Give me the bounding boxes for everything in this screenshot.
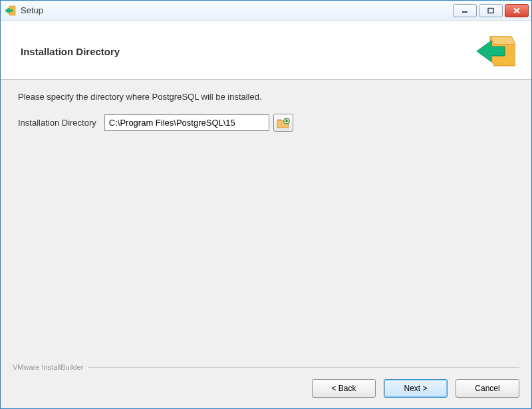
cancel-button[interactable]: Cancel: [456, 379, 519, 398]
folder-browse-icon: [277, 117, 290, 129]
install-directory-label: Installation Directory: [18, 118, 96, 128]
instruction-text: Please specify the directory where Postg…: [18, 92, 514, 102]
next-button[interactable]: Next >: [384, 379, 448, 398]
window-controls: [453, 4, 529, 17]
window-title: Setup: [21, 5, 453, 15]
arrow-box-icon: [5, 5, 17, 17]
install-directory-row: Installation Directory: [18, 114, 514, 132]
setup-window: Setup Installation Directory: [0, 0, 532, 409]
minimize-button[interactable]: [453, 4, 477, 17]
browse-button[interactable]: [273, 114, 293, 132]
divider: [88, 367, 519, 368]
install-directory-input[interactable]: [104, 114, 269, 131]
footer-separator: VMware InstallBuilder: [13, 363, 519, 371]
back-button[interactable]: < Back: [312, 379, 376, 398]
titlebar: Setup: [1, 1, 531, 21]
page-header: Installation Directory: [1, 21, 531, 80]
button-row: < Back Next > Cancel: [13, 379, 519, 398]
footer-brand: VMware InstallBuilder: [13, 363, 88, 371]
footer: VMware InstallBuilder < Back Next > Canc…: [1, 363, 531, 408]
maximize-button[interactable]: [479, 4, 503, 17]
close-button[interactable]: [505, 4, 529, 17]
svg-marker-7: [490, 37, 515, 45]
content-area: Please specify the directory where Postg…: [1, 80, 531, 363]
svg-rect-3: [488, 8, 493, 13]
page-title: Installation Directory: [21, 46, 120, 57]
installer-logo-icon: [475, 33, 515, 70]
